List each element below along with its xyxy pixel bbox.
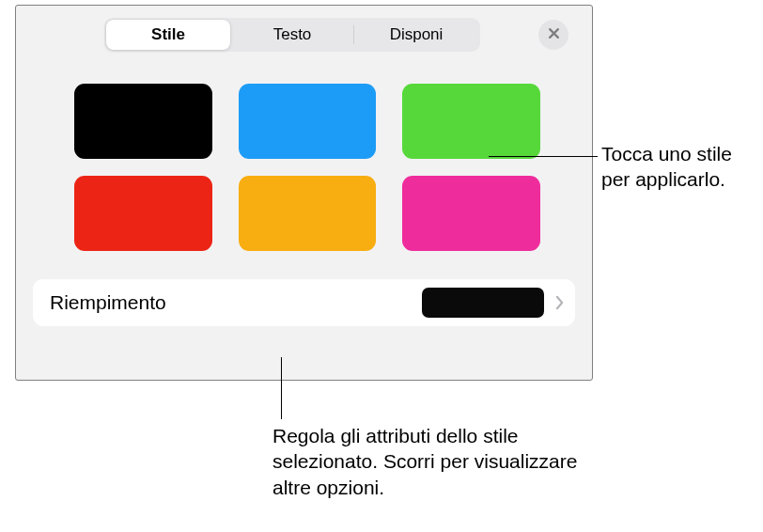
callout-adjust-attributes: Regola gli attributi dello stile selezio… [272,423,583,500]
format-panel: Stile Testo Disponi Riempimento [15,5,593,381]
style-swatch[interactable] [239,84,377,159]
tab-disponi[interactable]: Disponi [354,20,478,50]
tab-label: Disponi [390,25,444,44]
style-swatch[interactable] [74,84,212,159]
tab-stile[interactable]: Stile [106,20,230,50]
style-swatch[interactable] [74,176,212,251]
fill-label: Riempimento [50,291,422,314]
callout-tap-style: Tocca uno stile per applicarlo. [601,141,761,193]
close-icon [547,26,561,44]
tab-label: Stile [151,25,185,44]
fill-row[interactable]: Riempimento [33,279,575,326]
panel-header: Stile Testo Disponi [16,6,592,52]
style-swatch[interactable] [402,176,540,251]
fill-color-preview [422,288,544,318]
close-button[interactable] [538,20,568,50]
callout-leader [489,156,598,157]
chevron-right-icon [555,295,564,310]
style-swatch-grid [16,52,592,251]
tab-label: Testo [273,25,312,44]
tab-testo[interactable]: Testo [230,20,354,50]
segmented-control: Stile Testo Disponi [104,18,480,52]
style-swatch[interactable] [239,176,377,251]
style-swatch[interactable] [402,84,540,159]
callout-leader [281,357,282,419]
